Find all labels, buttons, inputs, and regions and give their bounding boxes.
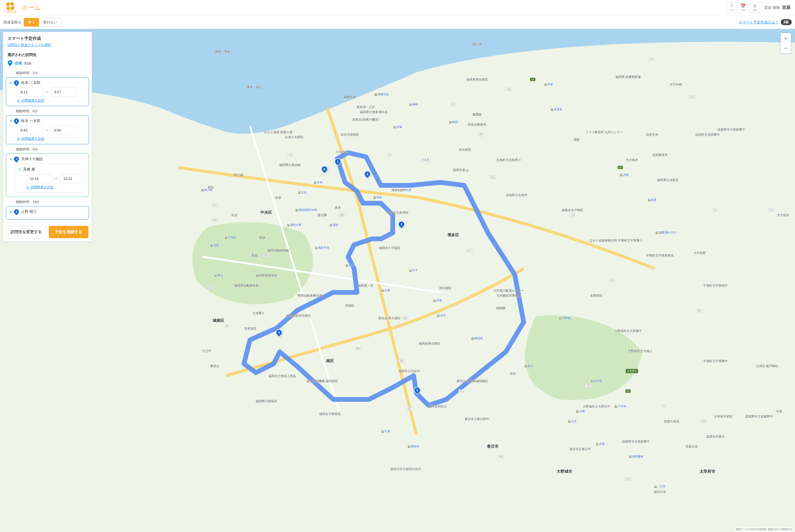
page-title: ホーム bbox=[22, 4, 41, 12]
stop-card[interactable]: ≡ 1 鈴木 二太郎 〜 訪問頻度を設定 bbox=[6, 77, 89, 106]
stop-pin-icon: 2 bbox=[13, 117, 20, 124]
time-end-input[interactable] bbox=[51, 88, 77, 97]
map-attribution: 地図データ ©2020 利用規約 地図の誤りを報告する bbox=[735, 527, 794, 531]
panel-subtitle-link[interactable]: 訪問日と担当スタッフを選択 bbox=[7, 43, 51, 47]
highway-segmented: 使う 使わない bbox=[24, 18, 61, 27]
toolbar: 高速道路を 使う 使わない スマート予定作成とは？ β版 bbox=[0, 16, 795, 29]
highway-notuse-button[interactable]: 使わない bbox=[39, 18, 61, 26]
panel-footer: 訪問先を変更する 予定を登録する bbox=[3, 222, 92, 242]
app-header: CrossLog ホーム ?ヘルプ📅予定⚙設定 宮原 智新 宮原 bbox=[0, 0, 795, 16]
user-name: 宮原 智新 bbox=[764, 5, 780, 10]
zoom-out-button[interactable]: − bbox=[781, 43, 791, 53]
travel-time: ⋮⋮移動時間：19分 bbox=[6, 198, 89, 206]
travel-time: ⋮⋮移動時間：9分 bbox=[6, 146, 89, 153]
change-destinations-button[interactable]: 訪問先を変更する bbox=[6, 226, 46, 238]
nested-stop-name: 高橋 勝 bbox=[23, 167, 35, 172]
map[interactable]: 博多区中央区南区城南区春日市大野城市太宰府市福岡空港🛫博多駅東福岡青洲会病院福岡… bbox=[0, 29, 795, 532]
tilde: 〜 bbox=[54, 176, 58, 181]
user-block[interactable]: 宮原 智新 宮原 bbox=[764, 5, 791, 10]
frequency-link[interactable]: 訪問頻度を設定 bbox=[26, 185, 82, 190]
stop-name: 鈴木 二太郎 bbox=[21, 80, 40, 85]
travel-time-text: 移動時間：19分 bbox=[16, 200, 40, 205]
logo-icon bbox=[6, 2, 14, 10]
drag-handle-icon[interactable]: ⋮⋮ bbox=[7, 71, 14, 75]
stop-name: 鈴木 一太郎 bbox=[21, 118, 40, 124]
svg-rect-0 bbox=[0, 29, 795, 532]
stop-card[interactable]: ≡ 3 天神イチ施設 ≡ 高橋 勝 〜 訪問頻度を設定 bbox=[6, 153, 89, 197]
menu-icon[interactable]: ≡ bbox=[10, 80, 12, 85]
header-control-label: 予定 bbox=[741, 8, 745, 12]
stop-pin-icon: 4 bbox=[13, 208, 20, 215]
time-start-input[interactable] bbox=[17, 88, 43, 97]
highway-label: 高速道路を bbox=[3, 20, 21, 25]
header-control-label: ヘルプ bbox=[728, 8, 735, 12]
header-control-2[interactable]: ⚙設定 bbox=[750, 2, 760, 13]
drag-handle-icon[interactable]: ⋮⋮ bbox=[7, 110, 14, 113]
travel-time: ⋮⋮移動時間：2分 bbox=[6, 69, 89, 77]
brand-subtext: CrossLog bbox=[4, 10, 16, 13]
drag-handle-icon[interactable]: ⋮⋮ bbox=[7, 148, 14, 152]
highway-use-button[interactable]: 使う bbox=[24, 18, 39, 26]
menu-icon[interactable]: ≡ bbox=[19, 167, 21, 172]
travel-time-text: 移動時間：2分 bbox=[16, 71, 38, 75]
menu-icon[interactable]: ≡ bbox=[10, 119, 12, 123]
beta-badge: β版 bbox=[781, 19, 792, 25]
brand: CrossLog ホーム bbox=[4, 2, 41, 13]
smart-info-link[interactable]: スマート予定作成とは？ bbox=[739, 20, 779, 25]
depart-time: 9:00 bbox=[24, 61, 31, 65]
tilde: 〜 bbox=[45, 128, 49, 133]
frequency-link[interactable]: 訪問頻度を設定 bbox=[17, 136, 85, 141]
stop-pin-icon: 1 bbox=[13, 79, 20, 86]
main: 博多区中央区南区城南区春日市大野城市太宰府市福岡空港🛫博多駅東福岡青洲会病院福岡… bbox=[0, 29, 795, 532]
stop-name: 天神イチ施設 bbox=[21, 156, 43, 162]
travel-time: ⋮⋮移動時間：6分 bbox=[6, 107, 89, 115]
header-control-icon: ? bbox=[730, 4, 733, 8]
header-control-0[interactable]: ?ヘルプ bbox=[726, 2, 737, 13]
menu-icon[interactable]: ≡ bbox=[10, 157, 12, 161]
travel-time-text: 移動時間：6分 bbox=[16, 109, 38, 114]
depart-pin-icon bbox=[7, 60, 13, 66]
frequency-link[interactable]: 訪問頻度を設定 bbox=[17, 98, 85, 103]
zoom-in-button[interactable]: ＋ bbox=[781, 33, 791, 43]
depart-label: 出発 bbox=[15, 61, 22, 66]
time-start-input[interactable] bbox=[26, 174, 52, 183]
stop-card[interactable]: ≡ 2 鈴木 一太郎 〜 訪問頻度を設定 bbox=[6, 115, 89, 144]
header-control-label: 設定 bbox=[753, 8, 757, 12]
menu-icon[interactable]: ≡ bbox=[10, 209, 12, 214]
time-start-input[interactable] bbox=[17, 126, 43, 135]
stops-list: ⋮⋮移動時間：2分 ≡ 1 鈴木 二太郎 〜 訪問頻度を設定⋮⋮移動時間：6分 … bbox=[3, 69, 92, 222]
travel-time-text: 移動時間：9分 bbox=[16, 147, 38, 152]
stop-card[interactable]: ≡ 4 上野 昭三 bbox=[6, 206, 89, 220]
header-control-icon: 📅 bbox=[740, 4, 746, 8]
nested-stop-card[interactable]: ≡ 高橋 勝 〜 訪問頻度を設定 bbox=[15, 164, 85, 193]
stop-name: 上野 昭三 bbox=[21, 209, 37, 214]
user-org: 宮原 bbox=[782, 5, 791, 10]
header-control-1[interactable]: 📅予定 bbox=[738, 2, 748, 13]
stop-pin-icon: 3 bbox=[13, 155, 20, 163]
tilde: 〜 bbox=[45, 90, 49, 95]
time-end-input[interactable] bbox=[60, 174, 86, 183]
schedule-panel: スマート予定作成 訪問日と担当スタッフを選択 選択された訪問先 出発 9:00 … bbox=[3, 32, 92, 242]
departure-row: 出発 9:00 bbox=[3, 57, 92, 69]
drag-handle-icon[interactable]: ⋮⋮ bbox=[7, 200, 14, 204]
register-schedule-button[interactable]: 予定を登録する bbox=[49, 226, 88, 238]
map-zoom-controls: ＋ − bbox=[780, 33, 791, 54]
panel-title: スマート予定作成 bbox=[7, 36, 87, 41]
header-control-icon: ⚙ bbox=[753, 4, 757, 8]
panel-section-title: 選択された訪問先 bbox=[3, 50, 92, 57]
time-end-input[interactable] bbox=[51, 126, 77, 135]
